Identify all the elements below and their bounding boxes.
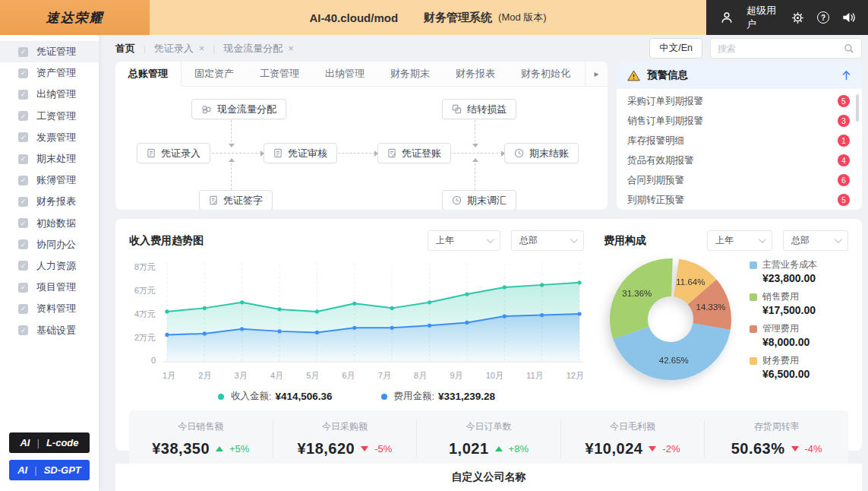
- sidebar-item-project-mgmt[interactable]: 项目管理: [0, 277, 99, 298]
- alert-item-purchase-orders-due[interactable]: 采购订单到期报警5: [627, 91, 850, 111]
- tab-cashier[interactable]: 出纳管理: [312, 62, 377, 86]
- sidebar-item-ledger-mgmt[interactable]: 账簿管理: [0, 169, 99, 191]
- branch-select[interactable]: 总部: [511, 230, 584, 251]
- flow-node-voucher-posting[interactable]: 凭证登账: [377, 143, 451, 163]
- collapse-up-icon[interactable]: [841, 70, 851, 81]
- kpi-label: 存货周转率: [705, 420, 848, 433]
- chevron-down-icon: [487, 236, 494, 243]
- tab-general-ledger[interactable]: 总账管理: [115, 62, 181, 87]
- flow-node-cashflow-allocation[interactable]: 现金流量分配: [191, 99, 286, 119]
- sidebar-item-label: 工资管理: [36, 109, 76, 123]
- kpi-value: ¥10,024: [586, 440, 643, 458]
- speaker-icon[interactable]: [842, 11, 856, 24]
- expense-composition-block: 费用构成 上年 总部 11.64%14.33%42.65%31.36% 主营业务…: [604, 230, 848, 403]
- dashboard-panel: 收入费用趋势图 上年 总部 8万元6万元4万元2万元0 1月2月3月4月5月6月…: [115, 219, 862, 451]
- branch-select[interactable]: 总部: [783, 230, 848, 251]
- flow-node-label: 结转损益: [467, 103, 507, 116]
- sidebar-item-label: 人力资源: [36, 259, 76, 273]
- alert-label: 库存报警明细: [627, 135, 684, 147]
- donut-chart-title: 费用构成: [604, 234, 646, 248]
- alert-item-probation-expiry[interactable]: 到期转正预警5: [627, 190, 850, 210]
- document-icon: [273, 148, 282, 158]
- help-icon[interactable]: ?: [817, 11, 829, 24]
- connector: [204, 153, 261, 154]
- search-box[interactable]: [710, 38, 862, 59]
- tab-fixed-assets[interactable]: 固定资产: [181, 62, 247, 86]
- flow-node-voucher-signing[interactable]: 凭证签字: [199, 190, 273, 210]
- sidebar-item-collaboration[interactable]: 协同办公: [0, 234, 99, 255]
- x-axis-labels: 1月2月3月4月5月6月7月8月9月10月11月12月: [163, 370, 584, 382]
- gear-icon[interactable]: [791, 11, 804, 24]
- close-icon[interactable]: ×: [288, 43, 294, 54]
- flow-node-label: 期末调汇: [467, 194, 507, 207]
- legend-swatch: [750, 357, 757, 365]
- count-badge: 3: [838, 115, 850, 127]
- sidebar-item-financial-reports[interactable]: 财务报表: [0, 191, 99, 212]
- sidebar-item-asset-mgmt[interactable]: 资产管理: [0, 62, 99, 84]
- ai-sdgpt-badge[interactable]: AI|SD-GPT: [9, 460, 90, 480]
- period-select[interactable]: 上年: [707, 230, 772, 251]
- sidebar-item-cashier-mgmt[interactable]: 出纳管理: [0, 84, 99, 105]
- alert-item-contract-expiry[interactable]: 合同到期预警6: [627, 170, 850, 190]
- flow-node-carryover-pl[interactable]: 结转损益: [442, 99, 516, 119]
- legend-label: 销售费用: [762, 290, 799, 303]
- open-tab-voucher-entry[interactable]: 凭证录入 ×: [154, 42, 205, 55]
- sidebar-item-document-mgmt[interactable]: 资料管理: [0, 298, 99, 319]
- search-input[interactable]: [718, 43, 844, 54]
- flow-node-label: 期末结账: [529, 147, 569, 160]
- sidebar-item-voucher-mgmt[interactable]: 凭证管理: [0, 41, 99, 62]
- legend-swatch: [750, 293, 757, 301]
- x-tick: 2月: [198, 370, 211, 382]
- legend-swatch: [750, 261, 757, 269]
- alert-item-goods-expiry[interactable]: 货品有效期报警4: [627, 150, 850, 170]
- kpi-label: 今日采购额: [273, 420, 417, 433]
- period-select[interactable]: 上年: [428, 230, 500, 251]
- language-toggle-button[interactable]: 中文/En: [649, 38, 702, 59]
- legend-label: 管理费用: [762, 322, 799, 335]
- current-user[interactable]: 超级用户: [746, 4, 778, 31]
- workflow-diagram: 现金流量分配 结转损益 凭证录入 凭证审核: [115, 87, 608, 210]
- flow-node-period-revaluation[interactable]: 期末调汇: [442, 190, 516, 210]
- scrollbar-thumb[interactable]: [856, 94, 859, 122]
- y-axis-labels: 8万元6万元4万元2万元0: [129, 261, 163, 365]
- connector: [231, 160, 232, 190]
- sidebar-item-period-end[interactable]: 期末处理: [0, 148, 99, 169]
- badge-label: SD-GPT: [44, 464, 81, 476]
- connector: [475, 120, 475, 146]
- open-tab-cashflow-allocation[interactable]: 现金流量分配 ×: [223, 42, 294, 55]
- flow-node-period-closing[interactable]: 期末结账: [504, 143, 579, 163]
- flow-node-label: 凭证审核: [288, 147, 327, 160]
- alert-item-sales-orders-due[interactable]: 销售订单到期报警3: [627, 111, 850, 131]
- alert-label: 销售订单到期报警: [627, 115, 703, 128]
- kpi-change: -2%: [662, 443, 680, 455]
- close-icon[interactable]: ×: [199, 43, 205, 54]
- tab-scroll-right-icon[interactable]: ▸: [585, 62, 608, 86]
- kpi-value: 50.63%: [731, 440, 785, 458]
- y-tick: 4万元: [134, 309, 156, 320]
- breadcrumb-home[interactable]: 首页: [115, 42, 135, 55]
- legend-label: 费用金额: [394, 390, 432, 403]
- kpi-label: 今日订单数: [417, 420, 560, 433]
- count-badge: 5: [838, 95, 850, 107]
- sidebar-item-payroll-mgmt[interactable]: 工资管理: [0, 106, 99, 127]
- brand-logo[interactable]: 速达荣耀: [0, 0, 150, 35]
- general-ledger-panel: 总账管理 固定资产 工资管理 出纳管理 财务期末 财务报表 财务初始化 ▸: [115, 62, 608, 210]
- flow-node-voucher-entry[interactable]: 凭证录入: [137, 143, 210, 163]
- alert-item-inventory-warning[interactable]: 库存报警明细1: [627, 131, 850, 150]
- sidebar-item-invoice-mgmt[interactable]: 发票管理: [0, 127, 99, 148]
- sidebar-item-hr[interactable]: 人力资源: [0, 255, 99, 277]
- tab-payroll[interactable]: 工资管理: [247, 62, 312, 86]
- legend-admin-expense: 管理费用 ¥8,000.00: [750, 322, 817, 348]
- tab-period-end[interactable]: 财务期末: [377, 62, 443, 86]
- flow-node-voucher-review[interactable]: 凭证审核: [264, 143, 337, 163]
- sidebar-item-initial-data[interactable]: 初始数据: [0, 213, 99, 234]
- ai-lcode-badge[interactable]: AI|L-code: [9, 432, 90, 453]
- search-icon[interactable]: [844, 43, 854, 54]
- svg-text:11.64%: 11.64%: [676, 277, 705, 287]
- user-icon[interactable]: [720, 11, 734, 24]
- tab-reports[interactable]: 财务报表: [443, 62, 508, 86]
- squares-icon: [452, 104, 462, 114]
- sidebar-item-basic-settings[interactable]: 基础设置: [0, 319, 99, 341]
- tab-initialization[interactable]: 财务初始化: [508, 62, 583, 86]
- sidebar: 凭证管理 资产管理 出纳管理 工资管理 发票管理 期末处理 账簿管理 财务报表 …: [0, 35, 99, 491]
